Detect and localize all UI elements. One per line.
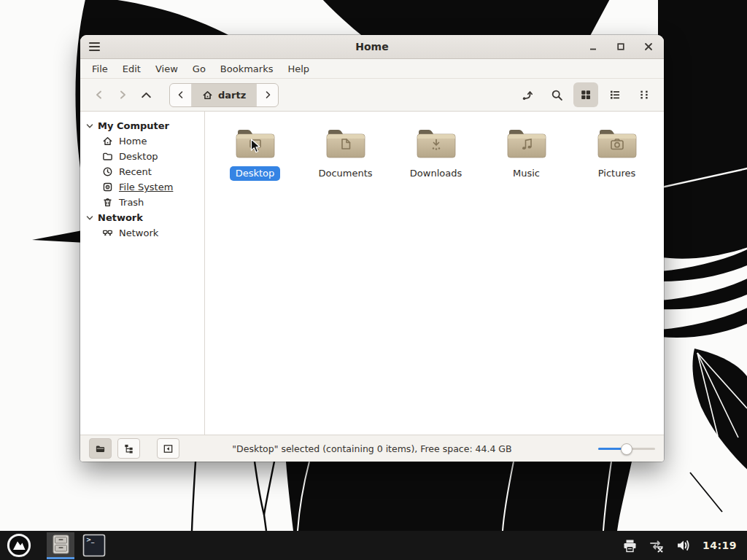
file-label: Documents	[312, 166, 378, 181]
sidebar-section-my-computer[interactable]: My Computer	[80, 118, 204, 133]
forward-button[interactable]	[111, 83, 134, 106]
desktop: Home File Edit View Go Bookmarks Help	[0, 0, 747, 560]
file-manager-window: Home File Edit View Go Bookmarks Help	[80, 35, 664, 462]
volume-icon	[676, 537, 692, 553]
minimize-icon	[588, 42, 598, 52]
show-directory-tree-button[interactable]	[117, 438, 140, 459]
taskbar: >_	[0, 531, 747, 560]
menu-view[interactable]: View	[148, 61, 185, 77]
system-tray: 14:19	[622, 537, 741, 553]
sidebar-item-label: Network	[119, 228, 158, 238]
sidebar-item-home[interactable]: Home	[80, 133, 204, 149]
menubar: File Edit View Go Bookmarks Help	[80, 59, 664, 79]
search-button[interactable]	[544, 82, 569, 107]
file-label: Desktop	[230, 166, 281, 181]
printer-icon	[622, 538, 638, 553]
menu-edit[interactable]: Edit	[115, 61, 148, 77]
sidebar-item-network[interactable]: Network	[80, 225, 204, 241]
sidebar-item-recent[interactable]: Recent	[80, 164, 204, 179]
taskbar-terminal-button[interactable]: >_	[82, 533, 107, 558]
list-view-button[interactable]	[603, 82, 627, 107]
jump-to-path-button[interactable]	[515, 82, 540, 107]
folder-music-icon	[506, 126, 548, 161]
hamburger-menu-button[interactable]	[89, 39, 108, 54]
sidebar-item-label: Home	[119, 136, 147, 147]
compact-view-icon	[638, 89, 650, 101]
file-item-pictures[interactable]: Pictures	[578, 126, 655, 181]
status-text: "Desktop" selected (containing 0 items),…	[232, 443, 511, 454]
volume-tray-button[interactable]	[676, 537, 692, 553]
file-item-music[interactable]: Music	[488, 126, 565, 181]
sidebar-section-label: My Computer	[98, 120, 169, 131]
file-label: Music	[507, 166, 546, 181]
drive-icon	[102, 182, 113, 192]
sidebar-item-trash[interactable]: Trash	[80, 195, 204, 210]
chevron-down-icon	[86, 214, 93, 222]
sidebar-section-label: Network	[98, 212, 143, 223]
zoom-slider-knob[interactable]	[621, 443, 632, 455]
network-tray-button[interactable]	[649, 537, 665, 553]
path-segment-home[interactable]: dartz	[192, 84, 256, 106]
directory-tree-icon	[123, 443, 134, 454]
statusbar: "Desktop" selected (containing 0 items),…	[80, 435, 664, 462]
file-item-documents[interactable]: Documents	[307, 126, 384, 181]
icon-view-icon	[580, 89, 592, 101]
printer-tray-button[interactable]	[622, 538, 638, 553]
path-scroll-right-button[interactable]	[256, 84, 278, 106]
maximize-button[interactable]	[614, 40, 627, 53]
folder-desktop-icon	[234, 126, 276, 161]
places-pane-icon	[95, 443, 106, 454]
file-view[interactable]: Desktop Documents	[205, 112, 664, 435]
icon-view-button[interactable]	[573, 82, 598, 107]
home-icon	[202, 90, 213, 101]
terminal-prompt-glyph: >_	[86, 536, 95, 543]
window-controls	[587, 40, 655, 53]
chevron-down-icon	[86, 122, 93, 130]
folder-icon	[102, 151, 113, 162]
menu-file[interactable]: File	[85, 61, 115, 77]
file-label: Pictures	[592, 166, 641, 181]
chevron-right-icon	[263, 90, 272, 99]
minimize-button[interactable]	[587, 40, 600, 53]
sidebar-item-label: Trash	[119, 197, 144, 208]
sidebar-item-label: Recent	[119, 166, 152, 177]
maximize-icon	[616, 42, 626, 52]
forward-icon	[117, 89, 128, 101]
side-pane-toggle-icon	[163, 443, 174, 454]
menu-bookmarks[interactable]: Bookmarks	[213, 61, 281, 77]
file-label: Downloads	[404, 166, 468, 181]
taskbar-file-manager-button[interactable]	[47, 532, 74, 559]
network-offline-icon	[649, 537, 665, 553]
up-button[interactable]	[134, 83, 158, 106]
sidebar: My Computer Home Desktop Recent File Sys…	[80, 112, 205, 435]
sidebar-item-desktop[interactable]: Desktop	[80, 149, 204, 164]
sidebar-item-label: Desktop	[119, 151, 158, 162]
sidebar-item-label: File System	[119, 182, 173, 192]
close-button[interactable]	[642, 40, 655, 53]
folder-pictures-icon	[596, 126, 638, 161]
path-scroll-left-button[interactable]	[170, 84, 192, 106]
path-bar: dartz	[169, 83, 279, 107]
show-places-button[interactable]	[89, 438, 112, 459]
app-menu-button[interactable]	[6, 532, 32, 559]
file-item-downloads[interactable]: Downloads	[398, 126, 474, 181]
path-segment-label: dartz	[218, 90, 246, 101]
sidebar-section-network[interactable]: Network	[80, 210, 204, 225]
file-item-desktop[interactable]: Desktop	[217, 126, 293, 181]
clock-icon	[102, 166, 113, 177]
sidebar-item-file-system[interactable]: File System	[80, 179, 204, 195]
up-icon	[140, 89, 152, 101]
terminal-icon: >_	[82, 534, 106, 557]
window-body: My Computer Home Desktop Recent File Sys…	[80, 112, 664, 435]
back-button[interactable]	[88, 83, 111, 106]
zoom-slider[interactable]	[598, 441, 655, 456]
titlebar[interactable]: Home	[80, 35, 664, 59]
menu-go[interactable]: Go	[185, 61, 213, 77]
taskbar-clock[interactable]: 14:19	[703, 540, 737, 551]
toggle-side-pane-button[interactable]	[157, 438, 179, 459]
menu-help[interactable]: Help	[280, 61, 317, 77]
compact-view-button[interactable]	[632, 82, 657, 107]
folder-documents-icon	[325, 126, 367, 161]
home-icon	[102, 136, 113, 147]
chevron-left-icon	[177, 90, 185, 99]
